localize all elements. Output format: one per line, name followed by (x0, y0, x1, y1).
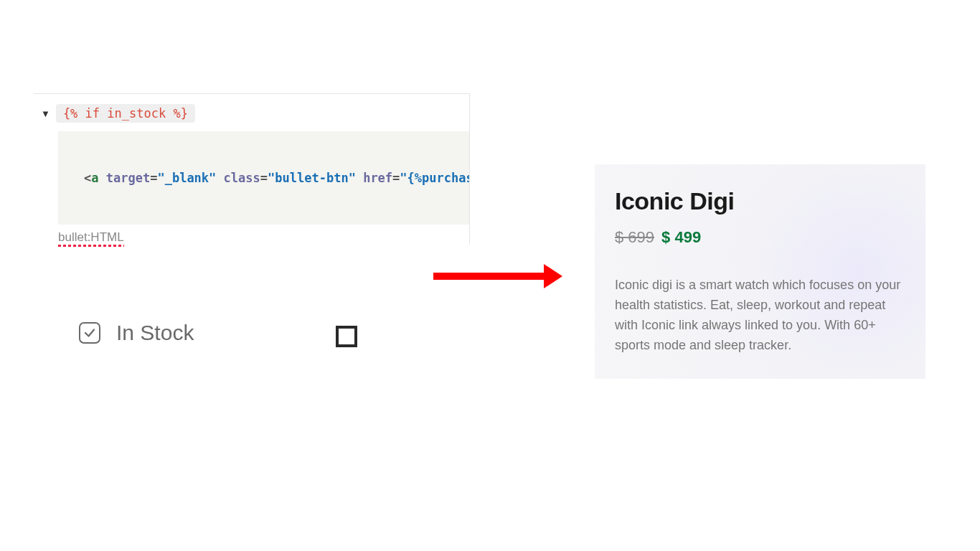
empty-checkbox[interactable] (336, 326, 357, 347)
product-card: Iconic Digi $ 699 $ 499 Iconic digi is a… (595, 164, 925, 379)
code-attr-href: href (363, 171, 392, 185)
product-title: Iconic Digi (615, 187, 905, 215)
block-caption: bullet:HTML (58, 230, 124, 245)
collapse-triangle-icon[interactable]: ▼ (41, 108, 50, 119)
code-val-purchase: {%purchase (407, 171, 469, 185)
template-editor-panel: ▼ {% if in_stock %} <a target="_blank" c… (34, 93, 470, 245)
arrow-head-icon (544, 264, 562, 288)
code-quote5: " (400, 171, 407, 185)
check-icon (83, 326, 96, 339)
code-space (99, 171, 106, 185)
arrow-line-icon (433, 273, 544, 280)
code-quote4: " (349, 171, 356, 185)
old-price: $ 699 (615, 228, 654, 247)
code-attr-target: target (106, 171, 150, 185)
arrow-annotation (433, 262, 562, 291)
in-stock-label: In Stock (116, 321, 194, 345)
in-stock-row: In Stock (79, 321, 194, 345)
template-if-tag: {% if in_stock %} (56, 104, 195, 123)
code-attr-class: class (224, 171, 260, 185)
code-quote: " (157, 171, 164, 185)
new-price: $ 499 (661, 228, 701, 247)
product-description: Iconic digi is a smart watch which focus… (615, 276, 905, 356)
code-eq: = (150, 171, 157, 185)
price-row: $ 699 $ 499 (615, 228, 905, 247)
code-val-bulletbtn: bullet-btn (275, 171, 348, 185)
code-eq2: = (260, 171, 268, 185)
code-space2 (216, 171, 223, 185)
code-tag-a: a (91, 171, 98, 185)
code-open-bracket: < (84, 171, 91, 185)
code-block[interactable]: <a target="_blank" class="bullet-btn" hr… (58, 131, 469, 225)
in-stock-checkbox[interactable] (79, 322, 100, 344)
code-space3 (356, 171, 363, 185)
code-eq3: = (392, 171, 400, 185)
editor-row: ▼ {% if in_stock %} (34, 94, 469, 123)
code-quote3: " (268, 171, 275, 185)
code-val-blank: _blank (165, 171, 209, 185)
code-quote2: " (209, 171, 216, 185)
